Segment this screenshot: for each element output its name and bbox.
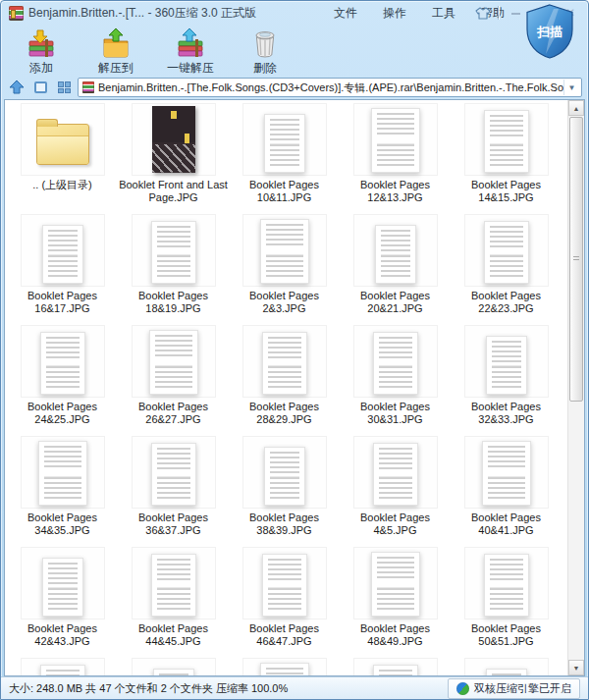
file-thumbnail-image xyxy=(486,336,527,395)
file-thumbnail-image xyxy=(264,447,305,506)
file-thumbnail-image xyxy=(260,219,309,284)
skin-button[interactable] xyxy=(471,4,495,22)
engine-status-button[interactable]: 双核压缩引擎已开启 xyxy=(448,678,580,699)
file-item[interactable]: Booklet Pages 38&39.JPG xyxy=(229,433,340,544)
file-thumbnail xyxy=(21,325,105,398)
file-item[interactable]: Booklet Pages 20&21.JPG xyxy=(340,211,451,322)
file-thumbnail-image xyxy=(486,669,527,676)
file-thumbnail-image xyxy=(373,443,418,506)
delete-button[interactable]: 删除 xyxy=(235,27,295,77)
file-thumbnail xyxy=(242,436,327,509)
controls-divider xyxy=(499,6,500,20)
scroll-up-button[interactable]: ▲ xyxy=(568,100,584,116)
address-bar: Benjamin.Britten.-.[The.Folk.Songs.(CD3+… xyxy=(1,76,588,99)
file-thumbnail xyxy=(242,103,327,176)
file-thumbnail xyxy=(464,214,549,287)
file-item[interactable]: Booklet Pages 12&13.JPG xyxy=(340,100,451,211)
file-item[interactable]: Booklet Pages 18&19.JPG xyxy=(118,211,229,322)
file-thumbnail xyxy=(353,214,438,287)
scan-button[interactable]: 扫描 xyxy=(521,3,578,60)
file-item[interactable]: Booklet Pages 10&11.JPG xyxy=(229,100,340,211)
file-item[interactable]: Booklet Pages 16&17.JPG xyxy=(7,211,118,322)
file-item[interactable]: Booklet Pages 36&37.JPG xyxy=(118,433,229,544)
scrollbar-grip-icon xyxy=(573,256,579,262)
file-thumbnail xyxy=(353,436,438,509)
file-item[interactable]: .. (上级目录) xyxy=(7,100,118,211)
file-thumbnail xyxy=(353,658,438,676)
file-item-label: Booklet Pages 26&27.JPG xyxy=(119,401,229,426)
file-thumbnail-image xyxy=(38,441,87,506)
file-item[interactable]: Booklet Pages 2&3.JPG xyxy=(229,211,340,322)
app-window: Benjamin.Britten.-.[T... - 360压缩 3.0 正式版… xyxy=(0,0,589,700)
grid-view-button[interactable] xyxy=(54,79,74,96)
file-item[interactable]: Booklet Pages 22&23.JPG xyxy=(451,211,562,322)
app-archive-icon xyxy=(9,6,24,21)
one-click-extract-button-label: 一键解压 xyxy=(167,60,214,77)
file-item-label: Booklet Pages 16&17.JPG xyxy=(8,290,118,315)
file-item[interactable]: Booklet Pages 46&47.JPG xyxy=(229,544,340,655)
address-dropdown-button[interactable]: ▼ xyxy=(563,80,579,95)
file-thumbnail xyxy=(21,436,105,509)
file-item-label: Booklet Pages 36&37.JPG xyxy=(119,512,229,537)
file-item-label: Booklet Pages 14&15.JPG xyxy=(452,179,562,204)
file-item-label: Booklet Pages 34&35.JPG xyxy=(8,512,118,537)
file-item[interactable]: Booklet Pages 40&41.JPG xyxy=(451,433,562,544)
file-thumbnail xyxy=(464,325,549,398)
file-item[interactable]: Booklet Pages 48&49.JPG xyxy=(340,544,451,655)
file-item-label: Booklet Pages 40&41.JPG xyxy=(452,512,562,537)
file-item[interactable]: Booklet Pages 34&35.JPG xyxy=(7,433,118,544)
file-thumbnail xyxy=(132,214,216,287)
file-item[interactable]: Booklet Pages 14&15.JPG xyxy=(451,100,562,211)
vertical-scrollbar[interactable]: ▲ ▼ xyxy=(567,100,584,675)
scroll-down-button[interactable]: ▼ xyxy=(568,660,584,675)
file-item-label: Booklet Pages 22&23.JPG xyxy=(452,290,562,315)
file-item[interactable] xyxy=(229,655,340,676)
one-click-extract-icon xyxy=(175,27,206,59)
add-button[interactable]: 添加 xyxy=(11,27,72,77)
file-item[interactable]: Booklet Pages 32&33.JPG xyxy=(451,322,562,433)
large-icons-view-button[interactable] xyxy=(30,79,50,96)
file-thumbnail xyxy=(464,103,549,176)
file-item[interactable] xyxy=(451,655,562,676)
file-item[interactable]: Booklet Pages 44&45.JPG xyxy=(118,544,229,655)
file-item[interactable] xyxy=(118,655,229,676)
file-item[interactable] xyxy=(340,655,451,676)
file-thumbnail xyxy=(242,214,327,287)
menu-operation[interactable]: 操作 xyxy=(374,3,415,24)
file-thumbnail xyxy=(242,325,327,398)
file-item[interactable]: Booklet Pages 4&5.JPG xyxy=(340,433,451,544)
minimize-icon xyxy=(511,12,520,15)
menu-file[interactable]: 文件 xyxy=(325,3,366,24)
file-item[interactable]: Booklet Pages 28&29.JPG xyxy=(229,322,340,433)
up-directory-button[interactable] xyxy=(7,79,27,96)
file-item[interactable]: Booklet Pages 24&25.JPG xyxy=(7,322,118,433)
delete-icon xyxy=(249,27,281,59)
file-thumbnail xyxy=(132,325,216,398)
file-item[interactable]: Booklet Pages 30&31.JPG xyxy=(340,322,451,433)
file-thumbnail-image xyxy=(42,225,83,284)
file-item[interactable]: Booklet Pages 50&51.JPG xyxy=(451,544,562,655)
one-click-extract-button[interactable]: 一键解压 xyxy=(160,27,221,77)
file-thumbnail xyxy=(132,436,216,509)
file-item[interactable]: Booklet Pages 26&27.JPG xyxy=(118,322,229,433)
window-title: Benjamin.Britten.-.[T... - 360压缩 3.0 正式版 xyxy=(28,5,256,22)
file-thumbnail-image xyxy=(373,332,418,395)
file-thumbnail-image xyxy=(484,221,529,284)
file-thumbnail-image xyxy=(151,221,196,284)
extract-to-button[interactable]: 解压到 xyxy=(85,27,146,77)
file-thumbnail xyxy=(353,103,438,176)
file-item[interactable]: Booklet Pages 42&43.JPG xyxy=(7,544,118,655)
dual-core-engine-icon xyxy=(456,682,469,695)
scrollbar-thumb[interactable] xyxy=(569,117,583,402)
archive-path: Benjamin.Britten.-.[The.Folk.Songs.(CD3+… xyxy=(98,81,563,95)
file-item-label: Booklet Pages 10&11.JPG xyxy=(230,179,340,204)
file-thumbnail xyxy=(21,547,105,619)
address-input[interactable]: Benjamin.Britten.-.[The.Folk.Songs.(CD3+… xyxy=(78,78,582,97)
file-item-label: Booklet Pages 4&5.JPG xyxy=(341,512,451,537)
file-thumbnail-image xyxy=(262,554,307,617)
menu-tools[interactable]: 工具 xyxy=(423,3,464,24)
file-thumbnail xyxy=(242,547,327,619)
file-thumbnail-image xyxy=(371,108,420,173)
file-item[interactable]: Booklet Front and Last Page.JPG xyxy=(118,100,229,211)
file-item[interactable] xyxy=(7,655,118,676)
